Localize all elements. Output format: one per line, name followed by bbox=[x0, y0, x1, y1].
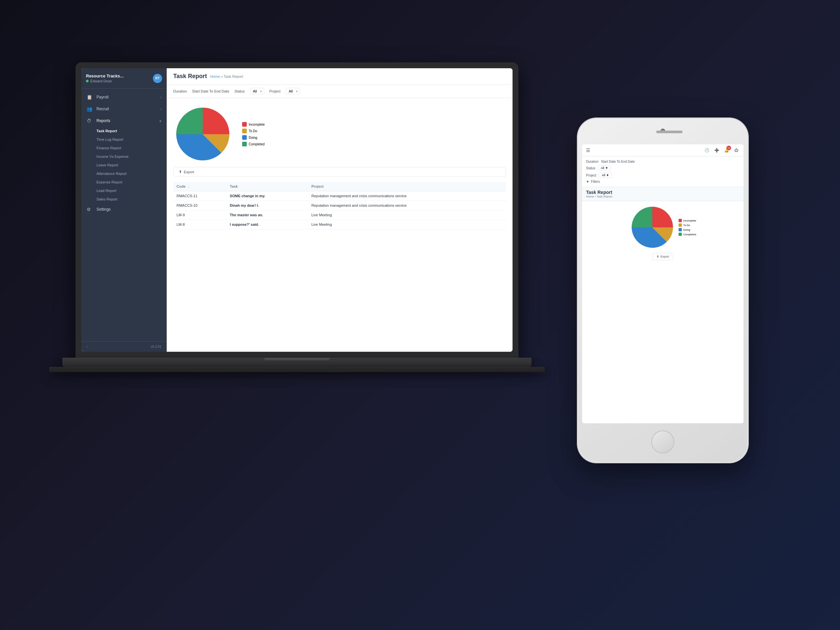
breadcrumb-home[interactable]: Home bbox=[210, 74, 220, 79]
phone-filter-funnel-icon: ▼ bbox=[586, 180, 589, 183]
pie-chart bbox=[173, 105, 232, 164]
phone-status-select[interactable]: All ▼ bbox=[598, 165, 611, 171]
status-label: Status bbox=[235, 89, 245, 93]
phone-breadcrumb-home: Home bbox=[586, 195, 594, 198]
laptop: Resource Tracks... Edward Dean RT 📋 bbox=[76, 62, 535, 456]
reports-label: Reports bbox=[96, 118, 159, 123]
brand-name: Resource Tracks... bbox=[86, 74, 124, 79]
sub-nav-leave[interactable]: Leave Report bbox=[81, 161, 167, 169]
table-row: LM-9 The master was an. Live Meeting bbox=[173, 210, 506, 220]
phone-filters-label: Filters bbox=[591, 180, 600, 183]
cell-code-1: RMACCS-10 bbox=[173, 201, 226, 210]
cell-task-2: The master was an. bbox=[226, 210, 308, 220]
sidebar-logo: RT bbox=[153, 74, 162, 83]
phone-chart-legend: Incomplete To Do Doing bbox=[679, 219, 696, 236]
payroll-label: Payroll bbox=[96, 95, 161, 99]
sidebar-nav: 📋 Payroll › 👥 Recruit › ⏱ bbox=[81, 88, 167, 341]
phone-pie-chart bbox=[629, 204, 675, 250]
breadcrumb-current: Task Report bbox=[224, 74, 243, 79]
nav-item-settings[interactable]: ⚙ Settings bbox=[81, 204, 167, 215]
cell-project-1: Reputation management and crisis communi… bbox=[308, 201, 506, 210]
phone-task-report-title: Task Report bbox=[586, 189, 740, 195]
phone-completed-label: Completed bbox=[683, 233, 696, 236]
sidebar-brand: Resource Tracks... Edward Dean bbox=[86, 74, 124, 83]
duration-value: Start Date To End Date bbox=[192, 89, 229, 93]
col-project: Project bbox=[308, 182, 506, 191]
laptop-sidebar: Resource Tracks... Edward Dean RT 📋 bbox=[81, 68, 167, 352]
task-table: Code ↕ Task Project bbox=[173, 182, 506, 229]
phone-legend-incomplete: Incomplete bbox=[679, 219, 696, 222]
legend-incomplete: Incomplete bbox=[242, 122, 265, 127]
reports-icon: ⏱ bbox=[87, 118, 93, 123]
breadcrumb: Home » Task Report bbox=[210, 74, 243, 79]
todo-color bbox=[242, 129, 247, 133]
sub-nav-income-expense[interactable]: Income Vs Expense bbox=[81, 152, 167, 161]
filter-bar: Duration Start Date To End Date Status A… bbox=[167, 85, 513, 98]
phone-home-button[interactable] bbox=[651, 431, 674, 453]
page-title: Task Report bbox=[173, 73, 207, 80]
phone-project-label: Project bbox=[586, 174, 596, 177]
phone-screen: ☰ 🕐 ➕ 🔔 25 ⏻ bbox=[582, 144, 744, 423]
phone-speaker bbox=[656, 131, 682, 133]
phone-breadcrumb-current: Task Report bbox=[597, 195, 612, 198]
phone-status-row: Status All ▼ bbox=[586, 165, 740, 171]
code-sort-icon[interactable]: ↕ bbox=[188, 185, 189, 188]
export-icon: ⬆ bbox=[179, 170, 182, 174]
phone-clock-icon[interactable]: 🕐 bbox=[704, 147, 710, 153]
doing-label: Doing bbox=[249, 136, 257, 139]
phone-status-value: All bbox=[601, 166, 604, 170]
nav-item-recruit[interactable]: 👥 Recruit › bbox=[81, 103, 167, 115]
nav-item-payroll[interactable]: 📋 Payroll › bbox=[81, 91, 167, 103]
nav-item-reports[interactable]: ⏱ Reports ∨ bbox=[81, 115, 167, 127]
export-button[interactable]: ⬆ Export bbox=[173, 167, 506, 177]
phone-plus-icon[interactable]: ➕ bbox=[713, 147, 720, 153]
phone-duration-row: Duration Start Date To End Date bbox=[586, 160, 740, 163]
pie-chart-container: Incomplete To Do Doing bbox=[173, 105, 506, 164]
doing-color bbox=[242, 135, 247, 140]
todo-label: To Do bbox=[249, 129, 257, 133]
collapse-icon[interactable]: ‹ bbox=[87, 345, 88, 349]
laptop-outer: Resource Tracks... Edward Dean RT 📋 bbox=[76, 62, 518, 358]
phone-notification-icon[interactable]: 🔔 25 bbox=[723, 147, 730, 153]
phone-chart-area: Incomplete To Do Doing bbox=[582, 201, 744, 266]
phone-todo-label: To Do bbox=[683, 224, 690, 227]
legend-todo: To Do bbox=[242, 129, 265, 133]
status-select[interactable]: All bbox=[250, 88, 264, 95]
phone-incomplete-label: Incomplete bbox=[683, 219, 696, 222]
sub-nav-lead[interactable]: Lead Report bbox=[81, 186, 167, 195]
settings-icon: ⚙ bbox=[87, 207, 93, 212]
project-select-wrapper[interactable]: All bbox=[286, 88, 300, 95]
completed-color bbox=[242, 142, 247, 146]
sub-nav-finance[interactable]: Finance Report bbox=[81, 144, 167, 152]
phone-status-label: Status bbox=[586, 166, 595, 170]
phone-todo-color bbox=[679, 223, 682, 227]
payroll-arrow: › bbox=[161, 95, 161, 99]
phone-export-button[interactable]: ⬆ Export bbox=[652, 253, 673, 260]
sub-nav-expense[interactable]: Expense Report bbox=[81, 178, 167, 186]
sub-nav-task-report[interactable]: Task Report bbox=[81, 127, 167, 135]
cell-task-0: SOME change in my. bbox=[226, 191, 308, 201]
cell-task-1: Dinah my dear! I. bbox=[226, 201, 308, 210]
sidebar-footer: ‹ v6.2.91 bbox=[81, 341, 167, 352]
phone-power-icon[interactable]: ⏻ bbox=[733, 147, 740, 153]
project-select[interactable]: All bbox=[286, 88, 300, 95]
phone-nav-icons: 🕐 ➕ 🔔 25 ⏻ bbox=[704, 147, 740, 153]
status-select-wrapper[interactable]: All bbox=[250, 88, 264, 95]
laptop-base bbox=[62, 358, 532, 367]
phone-project-select[interactable]: All ▼ bbox=[599, 172, 612, 178]
phone-status-arrow: ▼ bbox=[605, 166, 608, 170]
phone-nav-bar: ☰ 🕐 ➕ 🔔 25 ⏻ bbox=[582, 144, 744, 156]
sub-nav-time-log[interactable]: Time Log Report bbox=[81, 135, 167, 144]
phone-menu-icon[interactable]: ☰ bbox=[586, 148, 590, 153]
sub-nav-sales[interactable]: Sales Report bbox=[81, 195, 167, 204]
legend-doing: Doing bbox=[242, 135, 265, 140]
cell-project-2: Live Meeting bbox=[308, 210, 506, 220]
laptop-bottom bbox=[49, 367, 545, 372]
laptop-screen: Resource Tracks... Edward Dean RT 📋 bbox=[81, 68, 513, 352]
sub-nav-attendance[interactable]: Attendance Report bbox=[81, 169, 167, 178]
phone-legend-completed: Completed bbox=[679, 233, 696, 236]
cell-project-3: Live Meeting bbox=[308, 220, 506, 229]
reports-arrow: ∨ bbox=[159, 119, 161, 123]
laptop-main-content: Task Report Home » Task Report Duration … bbox=[167, 68, 513, 352]
phone-filters-row: ▼ Filters bbox=[586, 180, 740, 183]
